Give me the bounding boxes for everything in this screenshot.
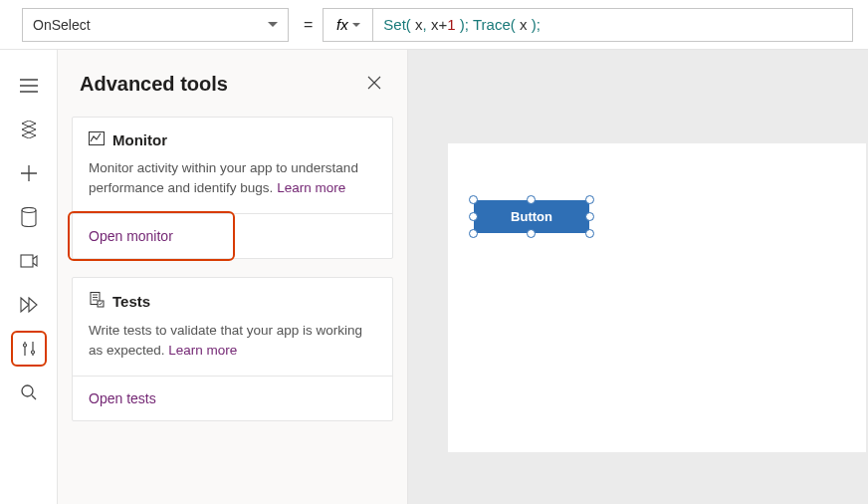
formula-input[interactable]: Set( x, x+1 ); Trace( x );	[372, 8, 853, 42]
formula-token: (	[406, 16, 415, 33]
resize-handle[interactable]	[527, 229, 536, 238]
formula-token: x	[415, 16, 423, 33]
monitor-description: Monitor activity within your app to unde…	[89, 158, 376, 197]
left-rail	[0, 50, 58, 504]
insert-icon[interactable]	[11, 155, 47, 191]
power-automate-icon[interactable]	[11, 287, 47, 323]
resize-handle[interactable]	[585, 212, 594, 221]
tree-view-icon[interactable]	[11, 112, 47, 147]
app-screen[interactable]: Button	[448, 143, 866, 452]
canvas-button[interactable]: Button	[474, 200, 589, 233]
canvas-area: Button	[408, 50, 868, 504]
formula-token: 1	[447, 16, 455, 33]
formula-token: ,	[423, 16, 431, 33]
advanced-tools-panel: Advanced tools Monitor Monitor activity …	[58, 50, 408, 504]
resize-handle[interactable]	[527, 195, 536, 204]
formula-token: x	[520, 16, 528, 33]
resize-handle[interactable]	[469, 212, 478, 221]
formula-token: x+	[431, 16, 447, 33]
hamburger-icon[interactable]	[11, 68, 47, 104]
close-icon[interactable]	[363, 72, 385, 97]
svg-point-0	[22, 208, 36, 213]
tests-description: Write tests to validate that your app is…	[89, 321, 376, 360]
formula-token: Set	[383, 16, 406, 33]
formula-bar: OnSelect = fx Set( x, x+1 ); Trace( x );	[0, 0, 868, 50]
resize-handle[interactable]	[469, 195, 478, 204]
tests-learn-more-link[interactable]: Learn more	[168, 343, 237, 358]
formula-token: Trace	[473, 16, 511, 33]
monitor-learn-more-link[interactable]: Learn more	[277, 180, 345, 195]
property-selector[interactable]: OnSelect	[22, 8, 289, 42]
tests-card: Tests Write tests to validate that your …	[72, 277, 393, 421]
svg-point-2	[22, 385, 33, 396]
chevron-down-icon	[352, 23, 360, 27]
svg-rect-3	[90, 132, 105, 145]
canvas-button-label: Button	[511, 209, 552, 224]
monitor-icon	[89, 131, 105, 148]
open-monitor-link[interactable]: Open monitor	[73, 213, 392, 258]
panel-title: Advanced tools	[80, 73, 228, 96]
formula-token: );	[455, 16, 468, 33]
equals-sign: =	[304, 16, 313, 34]
search-icon[interactable]	[11, 375, 47, 410]
svg-rect-1	[21, 255, 33, 267]
formula-token: );	[527, 16, 540, 33]
chevron-down-icon	[268, 22, 278, 27]
monitor-card: Monitor Monitor activity within your app…	[72, 117, 393, 259]
formula-token: (	[511, 16, 520, 33]
fx-button[interactable]: fx	[323, 8, 372, 42]
open-tests-link[interactable]: Open tests	[73, 376, 392, 420]
resize-handle[interactable]	[469, 229, 478, 238]
tests-title: Tests	[112, 293, 150, 310]
property-name: OnSelect	[33, 17, 91, 33]
data-icon[interactable]	[11, 199, 47, 235]
monitor-title: Monitor	[112, 131, 167, 148]
fx-label: fx	[336, 16, 348, 33]
advanced-tools-icon[interactable]	[11, 331, 47, 367]
resize-handle[interactable]	[585, 195, 594, 204]
media-icon[interactable]	[11, 243, 47, 279]
tests-icon	[89, 292, 105, 311]
resize-handle[interactable]	[585, 229, 594, 238]
